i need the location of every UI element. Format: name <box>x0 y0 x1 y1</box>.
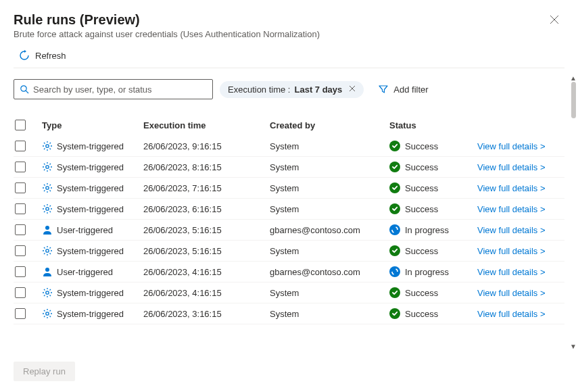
execution-time-cell: 26/06/2023, 9:16:15 <box>143 141 270 151</box>
row-checkbox[interactable] <box>15 203 26 214</box>
view-full-details-link[interactable]: View full details > <box>477 225 546 235</box>
select-all-checkbox[interactable] <box>15 120 26 130</box>
row-checkbox[interactable] <box>15 245 26 256</box>
view-full-details-link[interactable]: View full details > <box>477 246 546 256</box>
execution-time-cell: 26/06/2023, 5:16:15 <box>143 225 270 235</box>
status-label: Success <box>405 183 438 193</box>
scroll-thumb[interactable] <box>571 82 576 118</box>
execution-time-cell: 26/06/2023, 5:16:15 <box>143 246 270 256</box>
created-by-cell: System <box>270 309 389 319</box>
type-label: System-triggered <box>57 162 124 172</box>
view-full-details-link[interactable]: View full details > <box>477 183 546 193</box>
gear-icon <box>42 203 53 214</box>
row-checkbox[interactable] <box>15 287 26 298</box>
funnel-icon <box>379 84 388 94</box>
table-row: System-triggered26/06/2023, 9:16:15Syste… <box>14 136 564 157</box>
table-row: User-triggered26/06/2023, 4:16:15gbarnes… <box>14 262 564 283</box>
svg-line-3 <box>26 91 28 93</box>
user-icon <box>42 266 53 277</box>
type-label: System-triggered <box>57 246 124 256</box>
column-header-type[interactable]: Type <box>42 120 143 130</box>
scroll-down-arrow[interactable]: ▼ <box>570 343 577 350</box>
column-header-created-by[interactable]: Created by <box>270 120 389 130</box>
execution-time-cell: 26/06/2023, 4:16:15 <box>143 267 270 277</box>
view-full-details-link[interactable]: View full details > <box>477 162 546 172</box>
type-label: System-triggered <box>57 141 124 151</box>
success-icon <box>389 182 400 193</box>
status-label: Success <box>405 162 438 172</box>
row-checkbox[interactable] <box>15 141 26 151</box>
gear-icon <box>42 308 53 319</box>
table-row: System-triggered26/06/2023, 4:16:15Syste… <box>14 283 564 303</box>
type-label: System-triggered <box>57 204 124 214</box>
remove-filter-button[interactable] <box>349 84 356 94</box>
success-icon <box>389 162 400 172</box>
view-full-details-link[interactable]: View full details > <box>477 204 546 214</box>
type-label: User-triggered <box>57 267 113 277</box>
execution-time-cell: 26/06/2023, 7:16:15 <box>143 183 270 193</box>
status-label: Success <box>405 204 438 214</box>
success-icon <box>389 308 400 319</box>
status-label: Success <box>405 309 438 319</box>
vertical-scrollbar[interactable]: ▲ ▼ <box>569 73 578 351</box>
row-checkbox[interactable] <box>15 308 26 319</box>
svg-point-7 <box>46 166 49 168</box>
column-header-execution-time[interactable]: Execution time <box>143 120 270 130</box>
created-by-cell: System <box>270 162 389 172</box>
created-by-cell: gbarnes@contoso.com <box>270 225 389 235</box>
search-box[interactable] <box>14 79 213 99</box>
scroll-up-arrow[interactable]: ▲ <box>570 74 577 82</box>
gear-icon <box>42 245 53 256</box>
add-filter-label: Add filter <box>393 84 428 95</box>
created-by-cell: gbarnes@contoso.com <box>270 267 389 277</box>
svg-point-13 <box>46 291 49 294</box>
status-label: Success <box>405 141 438 151</box>
remove-icon <box>349 85 356 92</box>
view-full-details-link[interactable]: View full details > <box>477 309 546 319</box>
search-input[interactable] <box>29 84 207 95</box>
column-header-status[interactable]: Status <box>389 120 477 130</box>
gear-icon <box>42 141 53 151</box>
view-full-details-link[interactable]: View full details > <box>477 141 546 151</box>
execution-time-cell: 26/06/2023, 6:16:15 <box>143 204 270 214</box>
gear-icon <box>42 182 53 193</box>
success-icon <box>389 141 400 151</box>
refresh-button[interactable]: Refresh <box>14 47 564 68</box>
svg-point-2 <box>21 86 26 91</box>
refresh-icon <box>19 50 30 61</box>
table-row: System-triggered26/06/2023, 5:16:15Syste… <box>14 241 564 262</box>
close-icon <box>550 15 559 24</box>
progress-icon <box>389 266 400 277</box>
svg-point-10 <box>45 226 49 230</box>
status-label: In progress <box>405 267 449 277</box>
row-checkbox[interactable] <box>15 182 26 193</box>
gear-icon <box>42 162 53 172</box>
svg-point-9 <box>46 207 49 210</box>
created-by-cell: System <box>270 204 389 214</box>
view-full-details-link[interactable]: View full details > <box>477 267 546 277</box>
progress-icon <box>389 224 400 235</box>
filter-chip-value: Last 7 days <box>295 84 343 95</box>
svg-point-11 <box>46 249 49 252</box>
svg-point-12 <box>45 268 49 272</box>
replay-run-button[interactable]: Replay run <box>14 362 75 381</box>
row-checkbox[interactable] <box>15 266 26 277</box>
page-title: Rule runs (Preview) <box>14 12 320 28</box>
row-checkbox[interactable] <box>15 224 26 235</box>
type-label: System-triggered <box>57 288 124 298</box>
gear-icon <box>42 287 53 298</box>
add-filter-button[interactable]: Add filter <box>370 81 436 98</box>
type-label: User-triggered <box>57 225 113 235</box>
page-subtitle: Brute force attack against user credenti… <box>14 29 320 39</box>
type-label: System-triggered <box>57 183 124 193</box>
status-label: In progress <box>405 225 449 235</box>
close-button[interactable] <box>544 12 564 29</box>
execution-time-filter-chip[interactable]: Execution time : Last 7 days <box>220 81 364 98</box>
table-row: System-triggered26/06/2023, 3:16:15Syste… <box>14 303 564 324</box>
type-label: System-triggered <box>57 309 124 319</box>
view-full-details-link[interactable]: View full details > <box>477 288 546 298</box>
table-row: System-triggered26/06/2023, 8:16:15Syste… <box>14 157 564 178</box>
table-row: User-triggered26/06/2023, 5:16:15gbarnes… <box>14 220 564 241</box>
row-checkbox[interactable] <box>15 162 26 172</box>
status-label: Success <box>405 246 438 256</box>
